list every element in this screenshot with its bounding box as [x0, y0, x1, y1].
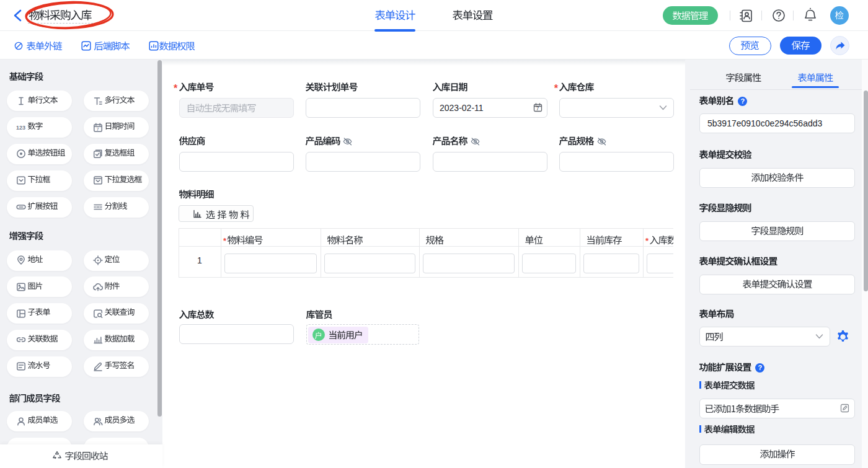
svg-text:7: 7 [97, 126, 99, 131]
svg-text:7: 7 [536, 105, 539, 112]
svg-text:123: 123 [16, 125, 25, 131]
